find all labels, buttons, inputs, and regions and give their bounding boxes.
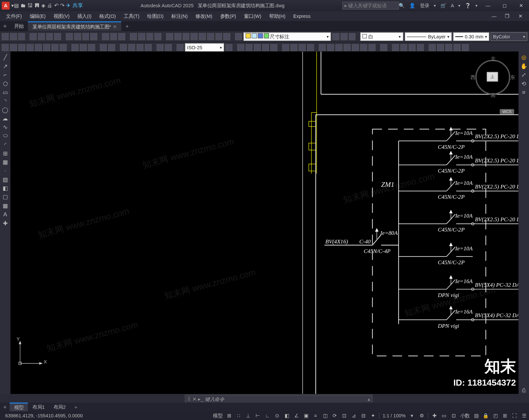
qat-undo-icon[interactable]: ↶ [54,3,59,9]
lineweight-dropdown[interactable]: 0.30 mm▾ [453,32,489,41]
ellipse-arc-icon[interactable]: ◜ [1,141,9,148]
line-icon[interactable]: ╱ [1,53,9,61]
layout-menu-icon[interactable]: ≡ [0,404,10,410]
coords-readout[interactable]: 639861.4129, -155410.4595, 0.0000 [0,413,88,418]
login-icon[interactable]: 👤 [409,3,415,9]
plot-icon[interactable] [30,33,37,40]
menu-window[interactable]: 窗口(W) [240,12,264,20]
center-icon[interactable] [128,44,135,51]
dim-space-icon[interactable] [100,44,107,51]
dimstyle-dropdown[interactable]: ISO-25▾ [185,43,224,52]
list-icon[interactable] [454,44,461,51]
copy2-icon[interactable] [246,44,253,51]
gear-icon[interactable]: ⚙ [417,412,426,419]
app-store-icon[interactable]: A [451,3,454,8]
qat-new-icon[interactable]: ▤ [14,3,19,9]
joglinear-icon[interactable] [145,44,152,51]
circle-icon[interactable]: ◯ [1,105,9,113]
pan-icon-r[interactable]: ✋ [520,62,528,70]
dim-linear-icon[interactable] [2,44,9,51]
preview-icon[interactable] [38,33,45,40]
ellipse-icon[interactable]: ⬭ [1,132,9,140]
dimedit-icon[interactable] [157,44,164,51]
dim-ord-icon[interactable] [26,44,33,51]
insert-block-icon[interactable]: ⊞ [1,149,9,157]
rect-icon[interactable]: ▭ [1,88,9,96]
tab-layout2[interactable]: 布局2 [49,403,70,411]
menu-view[interactable]: 视图(V) [50,12,73,20]
array-icon[interactable] [270,44,277,51]
zoom-prev-icon[interactable] [154,33,161,40]
color-dropdown[interactable]: 白▾ [360,32,403,41]
dim-dia-icon[interactable] [52,44,59,51]
revcloud-icon[interactable]: ☁ [1,114,9,122]
customize-icon[interactable]: ☰ [520,412,528,419]
units-label[interactable]: 小数 [458,412,471,419]
tab-model[interactable]: 模型 [10,402,28,412]
annoscale-icon[interactable]: ⎙ [520,386,528,394]
plotstyle-dropdown[interactable]: ByColor▾ [491,32,527,41]
spline-icon[interactable]: ∿ [1,123,9,131]
dim-base-icon[interactable] [80,44,87,51]
hatch-icon[interactable]: ▨ [1,175,9,183]
3dosnap-icon[interactable]: ⊡ [340,412,348,419]
move-icon[interactable] [282,44,289,51]
wcs-badge[interactable]: WCS [500,109,514,114]
publish-icon[interactable] [46,33,53,40]
polygon-icon[interactable]: ⬠ [1,79,9,87]
extend-icon[interactable] [327,44,334,51]
props-icon[interactable] [166,33,173,40]
join-icon[interactable] [344,44,350,51]
table-icon[interactable]: ▦ [1,201,9,209]
login-button[interactable]: 登录 [420,2,429,9]
lockui-icon[interactable]: 🔒 [481,412,490,419]
dim-cont-icon[interactable] [88,44,95,51]
trim-icon[interactable] [319,44,326,51]
view-cube[interactable]: 上 北 南 东 西 [473,58,512,97]
otrack-icon[interactable]: ∠ [292,412,301,419]
region-icon[interactable] [445,44,452,51]
dim-quick-icon[interactable] [71,44,78,51]
point-icon[interactable]: · [1,167,9,175]
window-minimize-icon[interactable]: — [482,3,494,8]
lwt-icon[interactable]: ≡ [311,412,320,419]
new-file-icon[interactable] [2,33,9,40]
linetype-dropdown[interactable]: ByLayer▾ [405,32,452,41]
dim-aligned-icon[interactable] [10,44,17,51]
zoom-rt-icon[interactable] [138,33,145,40]
dim-arc-icon[interactable] [18,44,25,51]
zoom-win-icon[interactable] [146,33,153,40]
annoscale-label[interactable]: 1:1 / 100% [381,413,407,418]
qcalc-icon[interactable] [207,33,214,40]
menu-modify[interactable]: 修改(M) [192,12,216,20]
units-icon[interactable]: ⊡ [449,412,458,419]
tolerance-icon[interactable] [120,44,127,51]
monitor-icon[interactable]: ▭ [440,412,448,419]
menu-tools[interactable]: 工具(T) [120,12,143,20]
wheel-icon[interactable]: ◎ [520,53,528,61]
dist-icon[interactable] [429,44,436,51]
cmdline-icon[interactable] [215,33,222,40]
redo2-icon[interactable] [118,33,125,40]
dim-update-icon[interactable] [177,44,183,51]
qat-redo-icon[interactable]: ↷ [60,3,64,9]
explode-icon[interactable] [380,44,387,51]
isolate-icon[interactable]: ◰ [491,412,500,419]
osnap-icon[interactable]: ▣ [302,412,310,419]
block-edit-icon[interactable] [409,44,416,51]
cycle-icon[interactable]: ⟳ [330,412,339,419]
dynucs-icon[interactable]: ⊿ [349,412,358,419]
selfilter-icon[interactable]: ⊟ [359,412,368,419]
attdef-icon[interactable] [417,44,424,51]
fillet-icon[interactable] [360,44,367,51]
block-make-icon[interactable] [392,44,399,51]
menu-edit[interactable]: 编辑(E) [26,12,49,20]
help-search-input[interactable]: ▸键入关键字或短语 [342,2,399,10]
cleanscreen-sb-icon[interactable]: ⛶ [510,412,519,419]
mtext-icon[interactable]: A [1,210,9,218]
dim-break-icon[interactable] [108,44,115,51]
ws-icon[interactable]: ✚ [430,412,439,419]
quickprops-icon[interactable]: ▤ [472,412,480,419]
dim-ang-icon[interactable] [60,44,67,51]
pline-icon[interactable]: ⌐ [1,71,9,79]
